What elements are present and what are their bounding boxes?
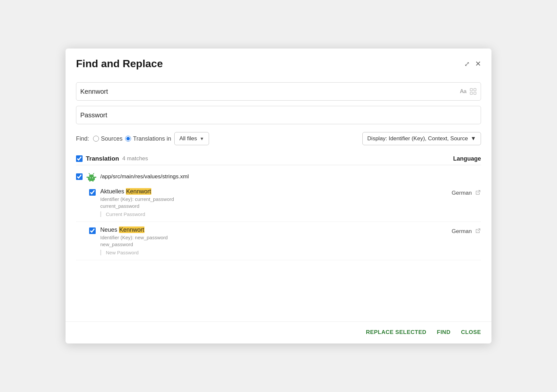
- result-left-2: Neues Kennwort Identifier (Key): new_pas…: [89, 226, 168, 255]
- sources-radio-group: Sources: [93, 135, 123, 142]
- translation-col-header: Translation: [86, 155, 119, 162]
- svg-rect-10: [86, 177, 88, 178]
- dialog-header: Find and Replace ⤢ ✕: [66, 49, 491, 76]
- svg-rect-0: [470, 88, 472, 91]
- dialog-footer: REPLACE SELECTED FIND CLOSE: [66, 322, 491, 343]
- result-content-1: Aktuelles Kennwort Identifier (Key): cur…: [100, 188, 174, 217]
- result-item-2: Neues Kennwort Identifier (Key): new_pas…: [76, 222, 481, 260]
- file-row: /app/src/main/res/values/strings.xml: [76, 168, 481, 184]
- match-case-icon[interactable]: Aa: [460, 88, 466, 95]
- result-left: Aktuelles Kennwort Identifier (Key): cur…: [89, 188, 174, 217]
- android-icon: [86, 172, 96, 182]
- result-title-before-1: Aktuelles: [100, 188, 126, 195]
- find-replace-dialog: Find and Replace ⤢ ✕ Aa: [66, 49, 491, 343]
- svg-point-7: [92, 177, 93, 178]
- all-files-chevron-icon: ▼: [200, 136, 204, 141]
- matches-count: 4 matches: [122, 155, 148, 162]
- svg-rect-13: [92, 180, 94, 182]
- svg-rect-11: [94, 177, 96, 178]
- dialog-header-icons: ⤢ ✕: [464, 60, 481, 68]
- results-header: Translation 4 matches Language: [76, 152, 481, 165]
- search-icon-group: Aa: [460, 88, 477, 95]
- close-button[interactable]: CLOSE: [461, 329, 481, 336]
- result-title-1: Aktuelles Kennwort: [100, 188, 174, 195]
- result-source-2: New Password: [100, 250, 168, 255]
- replace-input-row: [76, 106, 481, 124]
- translations-radio[interactable]: [125, 136, 131, 142]
- results-header-left: Translation 4 matches: [76, 155, 148, 162]
- result-right-2: German: [452, 226, 481, 235]
- sources-radio[interactable]: [93, 136, 99, 142]
- result-lang-1: German: [452, 190, 472, 196]
- svg-point-6: [90, 177, 91, 178]
- result-lang-2: German: [452, 228, 472, 235]
- result-meta-1b: current_password: [100, 203, 174, 209]
- display-dropdown[interactable]: Display: Identifier (Key), Context, Sour…: [362, 132, 481, 145]
- file-path: /app/src/main/res/values/strings.xml: [100, 173, 189, 180]
- result-highlight-1: Kennwort: [126, 188, 151, 195]
- results-body: /app/src/main/res/values/strings.xml Akt…: [76, 168, 481, 319]
- all-files-dropdown[interactable]: All files ▼: [174, 132, 209, 145]
- svg-rect-1: [474, 88, 476, 91]
- result-item: Aktuelles Kennwort Identifier (Key): cur…: [76, 184, 481, 222]
- svg-rect-3: [474, 92, 476, 94]
- svg-line-8: [89, 173, 90, 175]
- result-source-1: Current Password: [100, 211, 174, 217]
- sources-label[interactable]: Sources: [101, 135, 123, 142]
- file-group: /app/src/main/res/values/strings.xml Akt…: [76, 168, 481, 260]
- result-meta-2b: new_password: [100, 242, 168, 247]
- result-checkbox-1[interactable]: [89, 189, 96, 196]
- language-col-header: Language: [453, 155, 481, 162]
- replace-selected-button[interactable]: REPLACE SELECTED: [366, 329, 427, 336]
- result-meta-2a: Identifier (Key): new_password: [100, 235, 168, 240]
- expand-icon[interactable]: ⤢: [464, 60, 470, 68]
- result-checkbox-2[interactable]: [89, 227, 96, 234]
- select-all-checkbox[interactable]: [76, 155, 83, 162]
- dialog-body: Aa Find: S: [66, 76, 491, 319]
- file-checkbox[interactable]: [76, 173, 83, 180]
- external-link-icon-1[interactable]: [475, 189, 481, 197]
- display-chevron-icon: ▼: [471, 135, 476, 142]
- result-title-2: Neues Kennwort: [100, 226, 168, 233]
- translations-radio-group: Translations in: [125, 135, 171, 142]
- svg-rect-2: [470, 92, 472, 94]
- dialog-title: Find and Replace: [76, 58, 163, 70]
- find-label: Find:: [76, 135, 89, 142]
- find-input[interactable]: [80, 88, 460, 95]
- find-button[interactable]: FIND: [437, 329, 451, 336]
- close-icon[interactable]: ✕: [475, 60, 481, 68]
- svg-rect-12: [89, 180, 90, 182]
- replace-input[interactable]: [80, 111, 477, 119]
- svg-rect-5: [88, 177, 95, 180]
- result-content-2: Neues Kennwort Identifier (Key): new_pas…: [100, 226, 168, 255]
- result-right-1: German: [452, 188, 481, 197]
- svg-line-9: [93, 173, 94, 175]
- find-input-row: Aa: [76, 82, 481, 101]
- regex-icon[interactable]: [470, 88, 477, 95]
- result-title-before-2: Neues: [100, 226, 119, 233]
- result-highlight-2: Kennwort: [119, 226, 144, 233]
- result-meta-1a: Identifier (Key): current_password: [100, 196, 174, 202]
- translations-label[interactable]: Translations in: [133, 135, 171, 142]
- find-options-row: Find: Sources Translations in All files …: [76, 132, 481, 145]
- external-link-icon-2[interactable]: [475, 228, 481, 235]
